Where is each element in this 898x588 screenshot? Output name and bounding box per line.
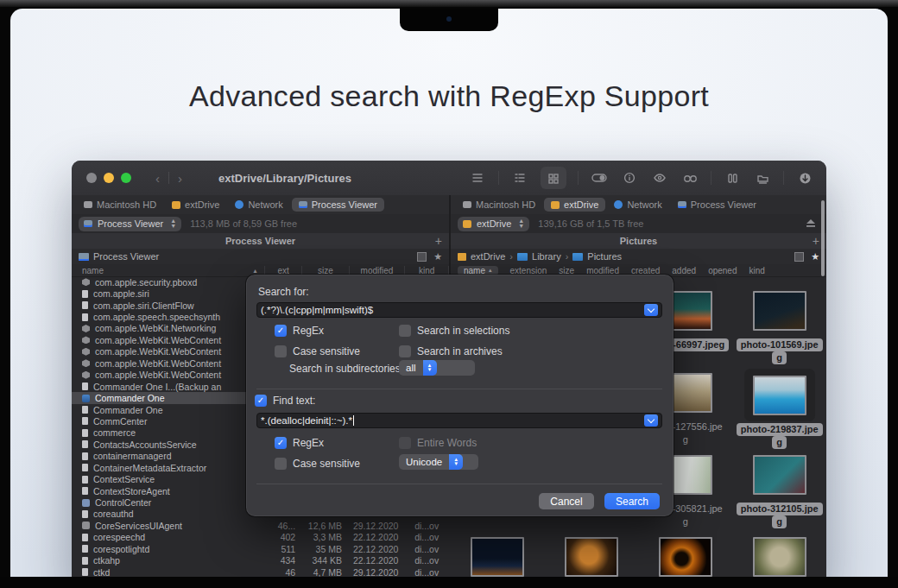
breadcrumb-item-process-viewer[interactable]: Process Viewer bbox=[93, 251, 159, 262]
queue-icon[interactable] bbox=[723, 169, 742, 187]
column-header-ext[interactable]: ext bbox=[264, 266, 302, 275]
find-case-sensitive-checkbox[interactable] bbox=[275, 458, 287, 470]
left-add-tab-button[interactable]: + bbox=[435, 236, 442, 246]
photo-item[interactable]: photo-101569.jpeg bbox=[732, 285, 826, 367]
left-drive-selector[interactable]: Process Viewer ▲▼ bbox=[79, 217, 181, 231]
search-in-archives-row[interactable]: Search in archives bbox=[399, 345, 503, 357]
info-icon[interactable] bbox=[620, 169, 639, 187]
photo-item[interactable]: photo-312105.jpeg bbox=[732, 449, 826, 531]
tab-network[interactable]: Network bbox=[607, 198, 668, 212]
close-button[interactable] bbox=[86, 173, 97, 183]
right-add-tab-button[interactable]: + bbox=[813, 236, 819, 246]
full-view-icon[interactable] bbox=[468, 169, 487, 187]
favorite-star-icon[interactable]: ★ bbox=[811, 252, 819, 261]
column-header-kind[interactable]: kind bbox=[749, 266, 765, 275]
search-in-selections-checkbox[interactable] bbox=[399, 325, 411, 337]
breadcrumb-item-pictures[interactable]: Pictures bbox=[587, 251, 622, 262]
table-row[interactable]: corespotlightd51135 MB22.12.2020di...ov bbox=[72, 543, 449, 554]
tab-label: Macintosh HD bbox=[476, 199, 535, 210]
toggle-icon[interactable] bbox=[590, 169, 609, 187]
view-options-icon[interactable] bbox=[794, 252, 804, 262]
tab-label: Macintosh HD bbox=[97, 199, 156, 210]
hex-file-icon bbox=[82, 325, 90, 332]
regex-checkbox-row[interactable]: RegEx bbox=[275, 325, 324, 337]
encoding-select[interactable]: Unicode ▲▼ bbox=[399, 454, 478, 470]
breadcrumb-item-extdrive[interactable]: extDrive bbox=[471, 251, 505, 262]
tab-network[interactable]: Network bbox=[228, 198, 289, 212]
tab-extdrive[interactable]: extDrive bbox=[165, 198, 226, 212]
right-drive-selector[interactable]: extDrive ▲▼ bbox=[458, 217, 529, 231]
forward-button[interactable]: › bbox=[178, 171, 182, 186]
minimize-button[interactable] bbox=[104, 173, 114, 183]
find-text-checkbox[interactable] bbox=[255, 395, 267, 407]
column-header-modified[interactable]: modified bbox=[586, 266, 619, 275]
search-in-selections-label: Search in selections bbox=[417, 325, 509, 337]
case-sensitive-checkbox[interactable] bbox=[275, 345, 287, 357]
search-in-selections-row[interactable]: Search in selections bbox=[399, 325, 509, 337]
photo-thumbnail bbox=[471, 537, 524, 577]
column-header-opened[interactable]: opened bbox=[708, 266, 737, 275]
table-row[interactable]: corespeechd4023,3 MB22.12.2020di...ov bbox=[72, 532, 449, 543]
photo-thumbnail bbox=[659, 537, 712, 577]
subdirectories-value: all bbox=[406, 363, 416, 373]
tab-macintosh-hd[interactable]: Macintosh HD bbox=[456, 198, 542, 212]
case-sensitive-row[interactable]: Case sensitive bbox=[275, 345, 360, 357]
search-button[interactable]: Search bbox=[604, 493, 660, 509]
table-row[interactable]: ctkahp434344 KB22.12.2020di...ov bbox=[72, 555, 449, 566]
column-header-extension[interactable]: extension bbox=[510, 266, 547, 275]
right-free-space: 139,16 GB of 1,5 TB free bbox=[538, 218, 643, 229]
tab-label: Process Viewer bbox=[312, 199, 377, 210]
cancel-button[interactable]: Cancel bbox=[539, 493, 594, 509]
tab-process-viewer[interactable]: Process Viewer bbox=[292, 198, 384, 212]
preview-eye-icon[interactable] bbox=[650, 169, 669, 187]
tab-macintosh-hd[interactable]: Macintosh HD bbox=[77, 198, 163, 212]
column-header-created[interactable]: created bbox=[631, 266, 660, 275]
column-header-size[interactable]: size bbox=[301, 266, 348, 275]
list-view-icon[interactable] bbox=[510, 169, 529, 187]
favorite-star-icon[interactable]: ★ bbox=[433, 252, 442, 261]
back-button[interactable]: ‹ bbox=[155, 171, 160, 186]
photo-thumbnail bbox=[565, 537, 618, 577]
search-in-archives-checkbox[interactable] bbox=[399, 345, 411, 357]
view-options-icon[interactable] bbox=[417, 252, 427, 262]
network-folder-icon[interactable] bbox=[753, 169, 772, 187]
file-name: com.apple.speech.speechsynth bbox=[93, 312, 220, 322]
photo-label: photo-219837.jpeg bbox=[737, 423, 823, 449]
stepper-icon: ▲▼ bbox=[170, 218, 176, 229]
eject-button[interactable] bbox=[806, 218, 816, 230]
tab-extdrive[interactable]: extDrive bbox=[544, 198, 605, 212]
subdirectories-label: Search in subdirectories: bbox=[289, 363, 403, 375]
history-dropdown-button[interactable] bbox=[644, 414, 658, 427]
grid-view-icon[interactable] bbox=[541, 167, 566, 189]
find-text-row[interactable]: Find text: bbox=[255, 395, 315, 407]
find-regex-checkbox[interactable] bbox=[275, 437, 287, 449]
search-for-input[interactable]: (.*?)\.(c|cpp|m|mm|swift)$ bbox=[256, 302, 662, 318]
tab-process-viewer[interactable]: Process Viewer bbox=[671, 198, 763, 212]
download-icon[interactable] bbox=[795, 169, 814, 187]
right-breadcrumb: extDrive›Library›Pictures bbox=[451, 251, 622, 262]
file-name: corespeechd bbox=[93, 532, 145, 542]
column-header-modified[interactable]: modified bbox=[349, 266, 405, 275]
find-text-input[interactable]: *.(dealloc|deinit|::~).* bbox=[256, 413, 662, 428]
cell-kind: di...ov bbox=[404, 555, 449, 566]
table-row[interactable]: CoreServicesUIAgent46...12,6 MB29.12.202… bbox=[72, 520, 449, 531]
breadcrumb-item-library[interactable]: Library bbox=[532, 251, 561, 262]
agent-file-icon bbox=[82, 522, 90, 529]
find-case-sensitive-row[interactable]: Case sensitive bbox=[275, 458, 360, 470]
scrollbar[interactable] bbox=[821, 200, 825, 276]
subdirectories-select[interactable]: all ▲▼ bbox=[399, 360, 475, 376]
column-header-kind[interactable]: kind bbox=[404, 266, 449, 275]
divider bbox=[256, 484, 662, 484]
column-header-name[interactable]: name▴ bbox=[458, 266, 498, 275]
zoom-button[interactable] bbox=[121, 173, 131, 183]
regex-checkbox[interactable] bbox=[275, 325, 287, 337]
column-header-added[interactable]: added bbox=[672, 266, 696, 275]
find-regex-row[interactable]: RegEx bbox=[275, 437, 324, 449]
search-binoculars-icon[interactable] bbox=[680, 169, 699, 187]
column-header-size[interactable]: size bbox=[559, 266, 574, 275]
file-name: Commander One bbox=[95, 393, 165, 403]
doc-file-icon bbox=[82, 383, 88, 390]
column-header-name[interactable]: name bbox=[72, 266, 253, 275]
photo-item[interactable]: photo-219837.jpeg bbox=[732, 367, 826, 449]
history-dropdown-button[interactable] bbox=[644, 304, 658, 316]
